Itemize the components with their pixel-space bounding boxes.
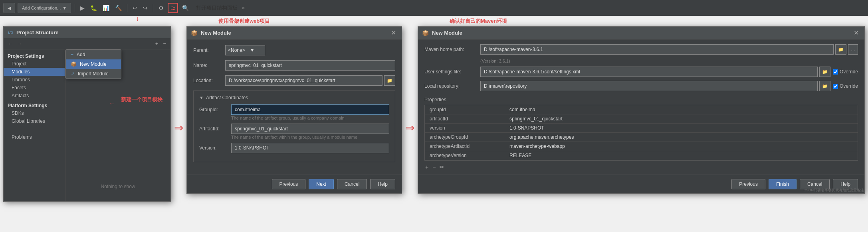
sidebar-item-facets[interactable]: Facets xyxy=(4,84,65,92)
version-input[interactable] xyxy=(231,143,389,153)
right-finish-button[interactable]: Finish xyxy=(769,179,797,189)
version-label: Version: xyxy=(199,145,231,151)
right-dialog-footer: Previous Finish Cancel Help xyxy=(418,175,864,193)
properties-table: groupId com.itheima artifactId springmvc… xyxy=(425,105,858,160)
add-icon: + xyxy=(71,52,73,57)
form-row-name: Name: xyxy=(193,60,395,71)
artifact-section-toggle[interactable]: ▼ Artifact Coordinates xyxy=(199,95,389,100)
sidebar-item-artifacts[interactable]: Artifacts xyxy=(4,92,65,100)
panels-container: 🗂 Project Structure ← → + − Project Sett… xyxy=(0,23,868,232)
right-dialog-close-button[interactable]: ✕ xyxy=(852,29,860,37)
groupid-input[interactable] xyxy=(231,104,389,115)
local-repo-label: Local repository: xyxy=(424,83,480,89)
menu-item-new-module[interactable]: 📦 New Module xyxy=(66,59,121,69)
user-settings-override-checkbox[interactable] xyxy=(833,69,838,75)
arrow-middle-to-right: ⇒ xyxy=(402,121,418,134)
menu-item-import-module[interactable]: ↗ Import Module xyxy=(66,69,121,79)
sidebar-item-sdks[interactable]: SDKs xyxy=(4,109,65,117)
help-button[interactable]: Help xyxy=(370,179,395,189)
property-value: RELEASE xyxy=(505,151,858,160)
back-button[interactable]: ◀ xyxy=(3,3,15,13)
local-repo-override-label: Override xyxy=(840,83,858,89)
menu-item-add[interactable]: + Add xyxy=(66,50,121,59)
nothing-to-show-text: Nothing to show xyxy=(65,184,170,189)
property-key: archetypeVersion xyxy=(425,151,505,160)
toolbar: ◀ Add Configuration... ▼ ▶ 🐛 📊 🔨 ↩ ↪ ⚙ 🗂… xyxy=(0,0,868,16)
parent-label: Parent: xyxy=(193,47,225,53)
right-cancel-button[interactable]: Cancel xyxy=(800,179,830,189)
redo-button[interactable]: ↪ xyxy=(141,3,149,13)
nav-forward-button[interactable]: → xyxy=(16,40,23,47)
parent-select[interactable]: <None> ▼ xyxy=(225,45,265,55)
add-configuration-button[interactable]: Add Configuration... ▼ xyxy=(18,3,71,13)
previous-button[interactable]: Previous xyxy=(272,179,306,189)
name-input[interactable] xyxy=(225,60,395,71)
maven-version-text: (Version: 3.6.1) xyxy=(418,59,864,67)
undo-button[interactable]: ↩ xyxy=(131,3,139,13)
form-row-artifactid: ArtifactId: xyxy=(199,124,389,134)
panel-right: + Add 📦 New Module ↗ Import Module Nothi… xyxy=(65,49,170,201)
props-remove-button[interactable]: − xyxy=(432,163,436,171)
sidebar-item-problems[interactable]: Problems xyxy=(4,133,65,141)
property-key: artifactId xyxy=(425,114,505,124)
artifact-section-title: Artifact Coordinates xyxy=(206,95,248,100)
groupid-label: GroupId: xyxy=(199,107,231,112)
annotation-x: ✕ xyxy=(242,6,245,11)
platform-settings-label: Platform Settings xyxy=(4,100,65,109)
local-repo-browse-button[interactable]: 📁 xyxy=(819,81,830,91)
build-button[interactable]: 🔨 xyxy=(113,3,123,13)
location-browse-button[interactable]: 📁 xyxy=(384,75,395,86)
maven-home-input[interactable] xyxy=(480,44,834,55)
project-structure-button[interactable]: 🗂 xyxy=(168,3,178,13)
right-previous-button[interactable]: Previous xyxy=(731,179,765,189)
user-settings-input[interactable] xyxy=(480,67,818,77)
local-repo-input[interactable] xyxy=(480,81,818,91)
next-button[interactable]: Next xyxy=(309,179,334,189)
sidebar-item-project[interactable]: Project xyxy=(4,60,65,68)
local-repo-override-checkbox[interactable] xyxy=(833,84,838,89)
add-dropdown-menu: + Add 📦 New Module ↗ Import Module xyxy=(65,49,121,79)
sidebar-item-global-libraries[interactable]: Global Libraries xyxy=(4,117,65,125)
middle-dialog-icon: 📦 xyxy=(191,30,198,36)
artifactid-input[interactable] xyxy=(231,124,389,134)
props-add-button[interactable]: + xyxy=(424,163,429,171)
right-dialog-icon: 📦 xyxy=(422,30,429,36)
project-structure-title-bar: 🗂 Project Structure xyxy=(4,27,170,38)
maven-home-more-button[interactable]: … xyxy=(848,44,858,55)
artifactid-label: ArtifactId: xyxy=(199,126,231,132)
user-settings-override-checkbox-group: Override xyxy=(833,69,858,75)
remove-nav-button[interactable]: − xyxy=(162,40,167,47)
form-row-groupid: GroupId: xyxy=(199,104,389,115)
user-settings-browse-button[interactable]: 📁 xyxy=(819,67,830,77)
maven-home-browse-button[interactable]: 📁 xyxy=(835,44,846,55)
props-edit-button[interactable]: ✏ xyxy=(439,163,445,171)
right-dialog: 📦 New Module ✕ Maven home path: 📁 … (Ver… xyxy=(418,26,865,194)
add-nav-button[interactable]: + xyxy=(154,40,160,47)
dropdown-icon: ▼ xyxy=(62,6,67,10)
property-row: groupId com.itheima xyxy=(425,105,858,114)
run-with-coverage-button[interactable]: 📊 xyxy=(101,3,111,13)
property-value: com.itheima xyxy=(505,105,858,114)
debug-button[interactable]: 🐛 xyxy=(89,3,99,13)
right-dialog-wrapper: 确认好自己的Maven环境 📦 New Module ✕ Maven home … xyxy=(418,26,865,194)
import-icon: ↗ xyxy=(71,71,75,77)
groupid-hint: The name of the artifact group, usually … xyxy=(231,116,389,120)
settings-button[interactable]: ⚙ xyxy=(157,3,165,13)
property-key: groupId xyxy=(425,105,505,114)
cancel-button[interactable]: Cancel xyxy=(337,179,367,189)
middle-dialog-close-button[interactable]: ✕ xyxy=(389,29,398,37)
property-value: org.apache.maven.archetypes xyxy=(505,133,858,142)
artifact-section: ▼ Artifact Coordinates GroupId: The name… xyxy=(193,90,395,162)
search-button[interactable]: 🔍 xyxy=(180,3,190,13)
annotation-arrow-row: ↓ xyxy=(0,16,868,23)
separator-1 xyxy=(75,4,75,12)
run-button[interactable]: ▶ xyxy=(79,3,86,13)
right-help-button[interactable]: Help xyxy=(833,179,858,189)
sidebar-item-libraries[interactable]: Libraries xyxy=(4,76,65,84)
project-structure-icon: 🗂 xyxy=(8,29,13,35)
sidebar-item-modules[interactable]: Modules xyxy=(4,68,65,76)
nav-back-button[interactable]: ← xyxy=(7,40,14,47)
property-value: 1.0-SNAPSHOT xyxy=(505,124,858,133)
location-input[interactable] xyxy=(225,75,382,86)
artifact-toggle-icon: ▼ xyxy=(199,95,204,100)
